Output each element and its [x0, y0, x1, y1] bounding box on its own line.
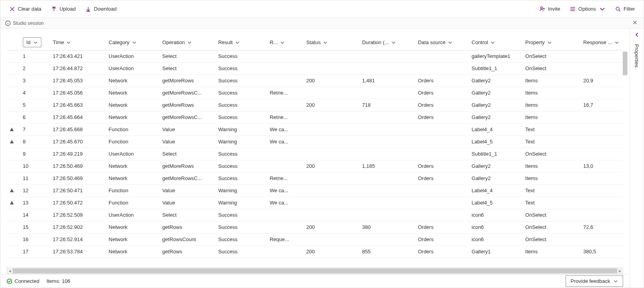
table-row[interactable]: 1517:26:52.902NetworkgetRowsSuccess20038… — [7, 221, 623, 233]
table-row[interactable]: 217:26:44.872UserActionSelectSuccessSubt… — [7, 62, 623, 74]
provide-feedback-button[interactable]: Provide feedback — [566, 275, 623, 287]
data-grid[interactable]: Id Time Category Operation Result R... S… — [7, 33, 623, 268]
table-row[interactable]: 417:26:45.056NetworkgetMoreRowsC...Succe… — [7, 87, 623, 99]
cell-id: 4 — [20, 87, 50, 99]
person-add-icon — [539, 6, 546, 12]
column-header-id[interactable]: Id — [20, 33, 50, 50]
cell-time: 17:26:50.469 — [50, 172, 106, 184]
cell-id: 9 — [20, 148, 50, 160]
cell-data-source: Orders — [415, 74, 468, 87]
cell-id: 2 — [20, 62, 50, 74]
chevron-down-icon — [448, 40, 453, 45]
table-row[interactable]: 1017:26:50.469NetworkgetMoreRowsSuccess2… — [7, 160, 623, 172]
cell-status — [303, 148, 359, 160]
options-button[interactable]: Options — [566, 4, 609, 15]
cell-duration — [359, 123, 415, 136]
connected-label: Connected — [15, 278, 39, 284]
column-header-operation[interactable]: Operation — [159, 33, 215, 50]
cell-category: Network — [106, 87, 159, 99]
properties-panel-collapsed: Properties — [629, 29, 644, 288]
cell-control: Label4_4 — [468, 123, 522, 136]
row-warning-cell — [7, 245, 20, 258]
chevron-down-icon — [614, 40, 619, 45]
table-row[interactable]: 1717:26:53.784NetworkgetRowsSuccess20085… — [7, 245, 623, 258]
scroll-thumb[interactable] — [13, 268, 617, 273]
cell-result: Warning — [215, 184, 267, 197]
table-row[interactable]: 1217:26:50.471FunctionValueWarningWe ca.… — [7, 184, 623, 197]
column-header-result-info[interactable]: R... — [267, 33, 303, 50]
cell-result: Success — [215, 62, 267, 74]
expand-properties-button[interactable] — [634, 32, 640, 39]
filter-button[interactable]: Filter — [611, 4, 639, 15]
table-row[interactable]: 117:26:43.421UserActionSelectSuccessgall… — [7, 50, 623, 62]
cell-data-source — [415, 184, 468, 197]
column-header-property[interactable]: Property — [522, 33, 580, 50]
table-row[interactable]: 817:26:45.670FunctionValueWarningWe ca..… — [7, 136, 623, 148]
cell-time: 17:26:50.471 — [50, 184, 106, 197]
cell-result: Success — [215, 111, 267, 123]
chevron-left-icon — [634, 32, 640, 37]
cell-result: Warning — [215, 123, 267, 136]
cell-time: 17:26:45.668 — [50, 123, 106, 136]
scroll-left-icon[interactable]: ◄ — [7, 269, 13, 273]
table-row[interactable]: 617:26:45.664NetworkgetMoreRowsC...Succe… — [7, 111, 623, 123]
session-close-button[interactable] — [631, 19, 639, 28]
column-header-control[interactable]: Control — [468, 33, 522, 50]
invite-button[interactable]: Invite — [535, 4, 564, 15]
cell-result: Success — [215, 99, 267, 111]
cell-id: 1 — [20, 50, 50, 62]
list-icon — [570, 6, 576, 12]
horizontal-scrollbar[interactable]: ◄ ► — [7, 268, 623, 274]
download-button[interactable]: Download — [81, 4, 121, 15]
vertical-scrollbar-thumb[interactable] — [623, 52, 627, 75]
cell-result-info: We ca... — [267, 136, 303, 148]
cell-property: Text — [522, 136, 580, 148]
row-warning-cell — [7, 50, 20, 62]
table-row[interactable]: 717:26:45.668FunctionValueWarningWe ca..… — [7, 123, 623, 136]
column-header-label: Response ... — [583, 39, 612, 45]
cell-property: Items — [522, 74, 580, 87]
cell-data-source — [415, 197, 468, 209]
cell-category: Network — [106, 111, 159, 123]
column-header-response[interactable]: Response ... — [580, 33, 623, 50]
cell-control: Label4_4 — [468, 184, 522, 197]
table-row[interactable]: 917:26:49.219UserActionSelectSuccessSubt… — [7, 148, 623, 160]
cell-property: OnSelect — [522, 209, 580, 221]
cell-result: Success — [215, 172, 267, 184]
cell-id: 10 — [20, 160, 50, 172]
cell-status — [303, 87, 359, 99]
cell-operation: getMoreRowsC... — [159, 172, 215, 184]
cell-control: Gallery1 — [468, 245, 522, 258]
cell-operation: getRowsCount — [159, 233, 215, 245]
cell-data-source: Orders — [415, 245, 468, 258]
column-header-time[interactable]: Time — [50, 33, 106, 50]
cell-control: icon6 — [468, 233, 522, 245]
table-row[interactable]: 1617:26:52.914NetworkgetRowsCountSuccess… — [7, 233, 623, 245]
scroll-right-icon[interactable]: ► — [617, 269, 623, 273]
cell-category: Network — [106, 160, 159, 172]
table-row[interactable]: 1417:26:52.509UserActionSelectSuccessico… — [7, 209, 623, 221]
cell-duration — [359, 172, 415, 184]
check-circle-icon — [7, 279, 12, 284]
column-header-data-source[interactable]: Data source — [415, 33, 468, 50]
cell-duration — [359, 50, 415, 62]
cell-time: 17:26:49.219 — [50, 148, 106, 160]
table-row[interactable]: 1317:26:50.472FunctionValueWarningWe ca.… — [7, 197, 623, 209]
table-row[interactable]: 317:26:45.053NetworkgetMoreRowsSuccess20… — [7, 74, 623, 87]
column-header-duration[interactable]: Duration (... — [359, 33, 415, 50]
cell-id: 12 — [20, 184, 50, 197]
column-header-result[interactable]: Result — [215, 33, 267, 50]
clear-data-button[interactable]: Clear data — [5, 4, 45, 15]
cell-result-info: Reque... — [267, 233, 303, 245]
cell-status: 200 — [303, 245, 359, 258]
cell-property: Items — [522, 172, 580, 184]
column-header-category[interactable]: Category — [106, 33, 159, 50]
cell-category: Network — [106, 245, 159, 258]
column-header-status[interactable]: Status — [303, 33, 359, 50]
cell-status — [303, 172, 359, 184]
upload-button[interactable]: Upload — [47, 4, 80, 15]
table-row[interactable]: 517:26:45.663NetworkgetMoreRowsSuccess20… — [7, 99, 623, 111]
table-row[interactable]: 1117:26:50.469NetworkgetMoreRowsC...Succ… — [7, 172, 623, 184]
chevron-down-icon — [33, 40, 38, 45]
cell-duration: 1,185 — [359, 160, 415, 172]
